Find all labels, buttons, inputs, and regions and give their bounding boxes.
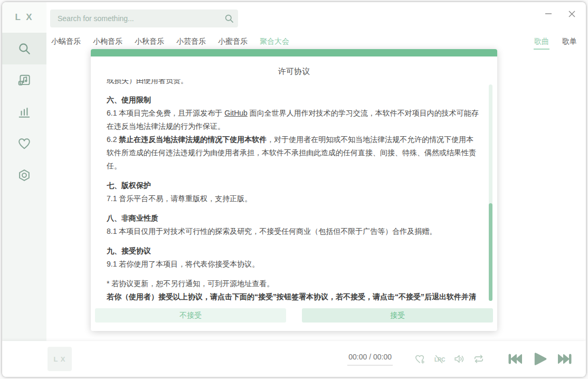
license-paragraph: 8.1 本项目仅用于对技术可行性的探索及研究，不接受任何商业（包括但不限于广告等…: [107, 225, 479, 238]
player-transport: [498, 351, 572, 367]
volume-icon: [453, 353, 465, 365]
lyric-icon: LRC: [434, 353, 445, 365]
source-tab-0[interactable]: 小蜗音乐: [50, 35, 82, 51]
play-mode-button[interactable]: [473, 353, 485, 365]
prev-button[interactable]: [508, 352, 523, 366]
accept-button[interactable]: 接受: [302, 308, 493, 323]
minimize-button[interactable]: [540, 8, 556, 21]
license-section-heading: 六、使用限制: [107, 93, 479, 107]
player-bar: L X 00:00 / 00:00 LRC: [2, 341, 586, 377]
dialog-title: 许可协议: [91, 67, 497, 77]
license-text-segment: 或损失）由使用者负责。: [107, 79, 188, 84]
source-tab-1[interactable]: 小枸音乐: [92, 35, 124, 51]
license-paragraph: 若你（使用者）接受以上协议，请点击下面的“接受”按钮签署本协议，若不接受，请点击…: [107, 290, 479, 303]
source-tab-2[interactable]: 小秋音乐: [134, 35, 165, 51]
license-text-segment: 6.1 本项目完全免费，且开源发布于: [107, 109, 224, 117]
search-box: [50, 10, 238, 27]
license-section-heading: 七、版权保护: [107, 179, 479, 192]
close-icon: [568, 10, 575, 20]
license-paragraph: 7.1 音乐平台不易，请尊重版权，支持正版。: [107, 192, 479, 205]
heart-icon: [17, 137, 31, 150]
leaderboard-icon: [17, 105, 31, 119]
dialog-accent-bar: [91, 49, 497, 56]
license-text-segment: * 若协议更新，恕不另行通知，可到开源地址查看。: [107, 279, 274, 288]
view-tab-1[interactable]: 歌单: [562, 35, 577, 49]
source-tab-4[interactable]: 小蜜音乐: [217, 35, 249, 51]
next-icon: [557, 352, 572, 366]
app-window: L X 小蜗音乐小枸音乐小秋音乐小芸音乐小蜜音乐聚合大会 歌曲歌单 许可: [2, 2, 586, 377]
license-text-segment: 禁止在违反当地法律法规的情况下使用本软件: [119, 135, 267, 144]
songlist-icon: [17, 73, 31, 87]
active-view-tab-underline: [534, 49, 549, 50]
search-input[interactable]: [50, 14, 220, 23]
license-text-segment: 9.1 若你使用了本项目，将代表你接受本协议。: [107, 260, 259, 268]
play-button[interactable]: [532, 351, 548, 367]
add-love-button[interactable]: [414, 353, 426, 365]
volume-button[interactable]: [453, 353, 465, 365]
license-paragraph: 或损失）由使用者负责。: [107, 79, 479, 87]
dialog-buttons: 不接受接受: [95, 308, 493, 323]
sidebar-item-search[interactable]: [2, 33, 46, 64]
view-tab-bar: 歌曲歌单: [521, 35, 577, 49]
license-paragraph: 6.2 禁止在违反当地法律法规的情况下使用本软件，对于使用者在明知或不知当地法律…: [107, 133, 479, 173]
scrollbar-thumb[interactable]: [489, 203, 492, 301]
reject-button[interactable]: 不接受: [95, 308, 286, 323]
sidebar: L X: [2, 2, 46, 341]
license-section-heading: 八、非商业性质: [107, 212, 479, 225]
play-time: 00:00 / 00:00: [347, 353, 393, 366]
license-section-heading: 九、接受协议: [107, 244, 479, 258]
license-text-segment: 8.1 本项目仅用于对技术可行性的探索及研究，不接受任何商业（包括但不限于广告等…: [107, 227, 437, 235]
heart-plus-icon: [414, 353, 426, 365]
search-icon[interactable]: [220, 13, 238, 24]
license-text-segment: 若你（使用者）接受以上协议，请点击下面的“接受”按钮签署本协议，若不接受，请点击…: [107, 292, 476, 303]
sidebar-item-leaderboard[interactable]: [2, 96, 46, 128]
license-text: 或损失）由使用者负责。六、使用限制6.1 本项目完全免费，且开源发布于 GitH…: [107, 79, 479, 303]
player-small-controls: LRC: [406, 353, 485, 365]
close-button[interactable]: [564, 8, 580, 21]
dialog-scrollbar[interactable]: [489, 84, 492, 301]
license-dialog: 许可协议 或损失）由使用者负责。六、使用限制6.1 本项目完全免费，且开源发布于…: [91, 49, 497, 331]
license-paragraph: 9.1 若你使用了本项目，将代表你接受本协议。: [107, 258, 479, 271]
license-text-segment: 6.2: [107, 135, 119, 144]
svg-text:LRC: LRC: [434, 357, 445, 363]
license-paragraph: * 若协议更新，恕不另行通知，可到开源地址查看。: [107, 277, 479, 290]
search-icon: [17, 42, 31, 55]
source-tab-3[interactable]: 小芸音乐: [175, 35, 207, 51]
next-button[interactable]: [557, 352, 572, 366]
license-text-segment: 7.1 音乐平台不易，请尊重版权，支持正版。: [107, 194, 252, 203]
github-link[interactable]: GitHub: [224, 109, 248, 117]
prev-icon: [508, 352, 523, 366]
play-icon: [532, 351, 548, 367]
album-placeholder: L X: [48, 347, 72, 371]
source-tab-5[interactable]: 聚合大会: [259, 35, 290, 51]
sidebar-item-love[interactable]: [2, 128, 46, 159]
sidebar-item-songlist[interactable]: [2, 64, 46, 96]
desktop-lyric-button[interactable]: LRC: [434, 353, 445, 365]
setting-icon: [17, 168, 31, 182]
source-tab-bar: 小蜗音乐小枸音乐小秋音乐小芸音乐小蜜音乐聚合大会: [50, 35, 300, 51]
license-text-segment: 六、使用限制: [107, 96, 151, 104]
license-text-segment: 七、版权保护: [107, 181, 151, 190]
sidebar-item-setting[interactable]: [2, 159, 46, 191]
app-logo: L X: [2, 2, 46, 33]
repeat-icon: [473, 353, 485, 365]
view-tab-0[interactable]: 歌曲: [534, 35, 549, 49]
license-text-segment: 九、接受协议: [107, 247, 151, 255]
license-text-segment: 八、非商业性质: [107, 214, 158, 222]
minimize-icon: [545, 10, 552, 20]
license-paragraph: 6.1 本项目完全免费，且开源发布于 GitHub 面向全世界人用作对技术的学习…: [107, 107, 479, 133]
